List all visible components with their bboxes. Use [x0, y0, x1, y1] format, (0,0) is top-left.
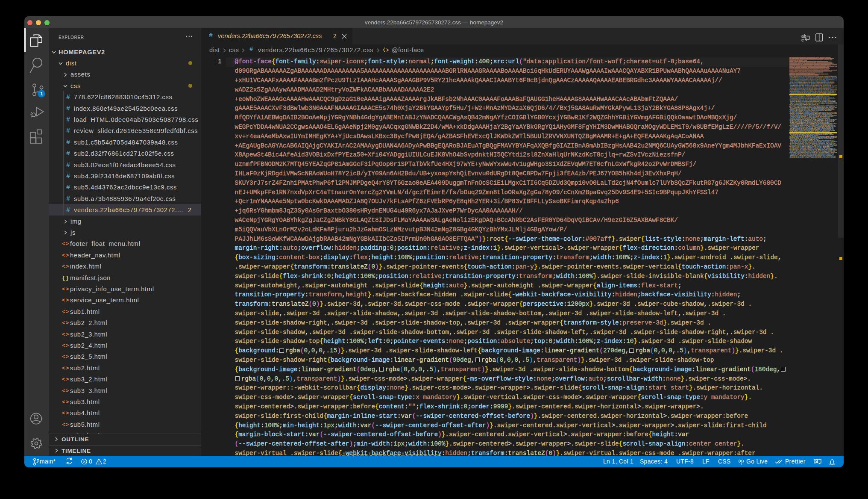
svg-text:c: c: [801, 38, 804, 42]
